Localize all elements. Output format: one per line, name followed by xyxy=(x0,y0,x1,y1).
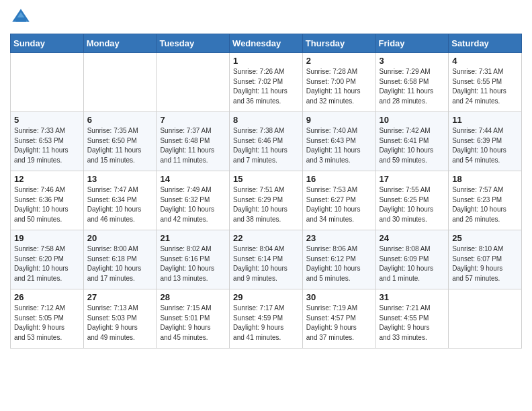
day-detail: Sunrise: 7:42 AM Sunset: 6:41 PM Dayligh… xyxy=(380,126,445,165)
day-number: 11 xyxy=(452,115,518,125)
day-number: 29 xyxy=(233,292,299,302)
calendar-cell: 11Sunrise: 7:44 AM Sunset: 6:39 PM Dayli… xyxy=(449,112,522,171)
day-detail: Sunrise: 7:35 AM Sunset: 6:50 PM Dayligh… xyxy=(87,126,153,165)
weekday-header-monday: Monday xyxy=(83,34,157,53)
weekday-header-sunday: Sunday xyxy=(11,34,84,53)
header xyxy=(10,7,522,28)
calendar-cell: 1Sunrise: 7:26 AM Sunset: 7:02 PM Daylig… xyxy=(230,53,303,112)
day-number: 6 xyxy=(87,115,153,125)
day-detail: Sunrise: 7:19 AM Sunset: 4:57 PM Dayligh… xyxy=(306,304,372,342)
day-detail: Sunrise: 7:21 AM Sunset: 4:55 PM Dayligh… xyxy=(380,304,445,342)
calendar-cell: 2Sunrise: 7:28 AM Sunset: 7:00 PM Daylig… xyxy=(302,53,375,112)
day-detail: Sunrise: 7:15 AM Sunset: 5:01 PM Dayligh… xyxy=(160,304,226,342)
calendar-cell: 30Sunrise: 7:19 AM Sunset: 4:57 PM Dayli… xyxy=(302,289,375,349)
calendar-cell: 8Sunrise: 7:38 AM Sunset: 6:46 PM Daylig… xyxy=(230,112,303,171)
calendar-cell xyxy=(83,53,157,112)
calendar-week-row: 5Sunrise: 7:33 AM Sunset: 6:53 PM Daylig… xyxy=(11,112,522,171)
logo xyxy=(10,7,34,28)
calendar-cell: 29Sunrise: 7:17 AM Sunset: 4:59 PM Dayli… xyxy=(230,289,303,349)
calendar-week-row: 12Sunrise: 7:46 AM Sunset: 6:36 PM Dayli… xyxy=(11,171,522,230)
day-detail: Sunrise: 7:12 AM Sunset: 5:05 PM Dayligh… xyxy=(14,304,80,342)
calendar-cell: 19Sunrise: 7:58 AM Sunset: 6:20 PM Dayli… xyxy=(11,230,84,289)
calendar-cell: 16Sunrise: 7:53 AM Sunset: 6:27 PM Dayli… xyxy=(302,171,375,230)
day-detail: Sunrise: 7:55 AM Sunset: 6:25 PM Dayligh… xyxy=(380,185,445,224)
day-detail: Sunrise: 8:04 AM Sunset: 6:14 PM Dayligh… xyxy=(233,244,299,283)
calendar-cell: 20Sunrise: 8:00 AM Sunset: 6:18 PM Dayli… xyxy=(83,230,157,289)
day-number: 7 xyxy=(160,115,226,125)
day-detail: Sunrise: 7:46 AM Sunset: 6:36 PM Dayligh… xyxy=(14,185,80,224)
day-number: 5 xyxy=(14,115,80,125)
day-detail: Sunrise: 8:06 AM Sunset: 6:12 PM Dayligh… xyxy=(306,244,372,283)
day-number: 27 xyxy=(87,292,153,302)
day-detail: Sunrise: 7:33 AM Sunset: 6:53 PM Dayligh… xyxy=(14,126,80,165)
calendar-cell xyxy=(11,53,84,112)
calendar-cell: 23Sunrise: 8:06 AM Sunset: 6:12 PM Dayli… xyxy=(302,230,375,289)
day-number: 30 xyxy=(306,292,372,302)
day-number: 9 xyxy=(306,115,372,125)
day-number: 14 xyxy=(160,174,226,184)
day-detail: Sunrise: 7:26 AM Sunset: 7:02 PM Dayligh… xyxy=(233,67,299,106)
calendar-cell: 10Sunrise: 7:42 AM Sunset: 6:41 PM Dayli… xyxy=(375,112,449,171)
day-detail: Sunrise: 7:58 AM Sunset: 6:20 PM Dayligh… xyxy=(14,244,80,283)
day-number: 15 xyxy=(233,174,299,184)
logo-icon xyxy=(10,7,32,28)
day-number: 12 xyxy=(14,174,80,184)
day-detail: Sunrise: 8:02 AM Sunset: 6:16 PM Dayligh… xyxy=(160,244,226,283)
weekday-header-row: SundayMondayTuesdayWednesdayThursdayFrid… xyxy=(11,34,522,53)
day-number: 19 xyxy=(14,233,80,243)
day-number: 21 xyxy=(160,233,226,243)
day-detail: Sunrise: 7:17 AM Sunset: 4:59 PM Dayligh… xyxy=(233,304,299,342)
calendar-cell: 21Sunrise: 8:02 AM Sunset: 6:16 PM Dayli… xyxy=(157,230,230,289)
page: SundayMondayTuesdayWednesdayThursdayFrid… xyxy=(0,0,532,411)
day-number: 13 xyxy=(87,174,153,184)
weekday-header-wednesday: Wednesday xyxy=(230,34,303,53)
day-number: 1 xyxy=(233,56,299,66)
calendar-cell: 14Sunrise: 7:49 AM Sunset: 6:32 PM Dayli… xyxy=(157,171,230,230)
calendar-cell: 4Sunrise: 7:31 AM Sunset: 6:55 PM Daylig… xyxy=(449,53,522,112)
day-number: 16 xyxy=(306,174,372,184)
day-number: 2 xyxy=(306,56,372,66)
day-detail: Sunrise: 7:38 AM Sunset: 6:46 PM Dayligh… xyxy=(233,126,299,165)
calendar-cell: 9Sunrise: 7:40 AM Sunset: 6:43 PM Daylig… xyxy=(302,112,375,171)
svg-rect-2 xyxy=(15,17,26,21)
calendar-cell: 24Sunrise: 8:08 AM Sunset: 6:09 PM Dayli… xyxy=(375,230,449,289)
calendar-cell: 31Sunrise: 7:21 AM Sunset: 4:55 PM Dayli… xyxy=(375,289,449,349)
calendar-cell: 13Sunrise: 7:47 AM Sunset: 6:34 PM Dayli… xyxy=(83,171,157,230)
calendar-week-row: 1Sunrise: 7:26 AM Sunset: 7:02 PM Daylig… xyxy=(11,53,522,112)
calendar-cell xyxy=(157,53,230,112)
calendar-table: SundayMondayTuesdayWednesdayThursdayFrid… xyxy=(10,34,522,349)
calendar-cell: 12Sunrise: 7:46 AM Sunset: 6:36 PM Dayli… xyxy=(11,171,84,230)
calendar-cell: 25Sunrise: 8:10 AM Sunset: 6:07 PM Dayli… xyxy=(449,230,522,289)
calendar-cell: 28Sunrise: 7:15 AM Sunset: 5:01 PM Dayli… xyxy=(157,289,230,349)
day-number: 23 xyxy=(306,233,372,243)
day-number: 17 xyxy=(380,174,445,184)
day-detail: Sunrise: 7:40 AM Sunset: 6:43 PM Dayligh… xyxy=(306,126,372,165)
calendar-cell: 7Sunrise: 7:37 AM Sunset: 6:48 PM Daylig… xyxy=(157,112,230,171)
calendar-cell: 22Sunrise: 8:04 AM Sunset: 6:14 PM Dayli… xyxy=(230,230,303,289)
day-detail: Sunrise: 7:51 AM Sunset: 6:29 PM Dayligh… xyxy=(233,185,299,224)
day-number: 10 xyxy=(380,115,445,125)
day-number: 18 xyxy=(452,174,518,184)
calendar-week-row: 19Sunrise: 7:58 AM Sunset: 6:20 PM Dayli… xyxy=(11,230,522,289)
weekday-header-thursday: Thursday xyxy=(302,34,375,53)
day-detail: Sunrise: 7:44 AM Sunset: 6:39 PM Dayligh… xyxy=(452,126,518,165)
calendar-cell: 6Sunrise: 7:35 AM Sunset: 6:50 PM Daylig… xyxy=(83,112,157,171)
day-detail: Sunrise: 8:08 AM Sunset: 6:09 PM Dayligh… xyxy=(380,244,445,283)
day-detail: Sunrise: 7:47 AM Sunset: 6:34 PM Dayligh… xyxy=(87,185,153,224)
day-number: 31 xyxy=(380,292,445,302)
day-detail: Sunrise: 7:28 AM Sunset: 7:00 PM Dayligh… xyxy=(306,67,372,106)
day-number: 8 xyxy=(233,115,299,125)
day-detail: Sunrise: 7:57 AM Sunset: 6:23 PM Dayligh… xyxy=(452,185,518,224)
day-number: 28 xyxy=(160,292,226,302)
weekday-header-friday: Friday xyxy=(375,34,449,53)
day-detail: Sunrise: 7:53 AM Sunset: 6:27 PM Dayligh… xyxy=(306,185,372,224)
calendar-cell: 3Sunrise: 7:29 AM Sunset: 6:58 PM Daylig… xyxy=(375,53,449,112)
day-number: 4 xyxy=(452,56,518,66)
day-detail: Sunrise: 8:00 AM Sunset: 6:18 PM Dayligh… xyxy=(87,244,153,283)
day-detail: Sunrise: 7:37 AM Sunset: 6:48 PM Dayligh… xyxy=(160,126,226,165)
calendar-cell: 5Sunrise: 7:33 AM Sunset: 6:53 PM Daylig… xyxy=(11,112,84,171)
day-number: 3 xyxy=(380,56,445,66)
calendar-cell: 15Sunrise: 7:51 AM Sunset: 6:29 PM Dayli… xyxy=(230,171,303,230)
day-number: 20 xyxy=(87,233,153,243)
calendar-week-row: 26Sunrise: 7:12 AM Sunset: 5:05 PM Dayli… xyxy=(11,289,522,349)
